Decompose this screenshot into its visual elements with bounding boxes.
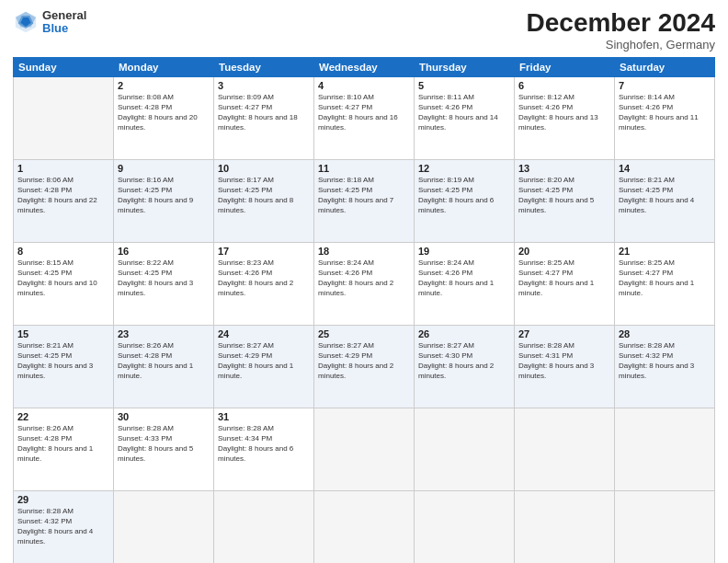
day-info: Sunrise: 8:17 AMSunset: 4:25 PMDaylight:… <box>218 176 293 215</box>
day-info: Sunrise: 8:11 AMSunset: 4:26 PMDaylight:… <box>418 93 498 132</box>
table-row: 2 Sunrise: 8:08 AMSunset: 4:28 PMDayligh… <box>14 76 715 159</box>
day-number: 4 <box>318 80 410 91</box>
day-cell: 25 Sunrise: 8:27 AMSunset: 4:29 PMDaylig… <box>314 325 415 408</box>
col-thursday: Thursday <box>415 57 515 76</box>
day-number: 10 <box>218 163 310 174</box>
col-tuesday: Tuesday <box>214 57 314 76</box>
day-number: 17 <box>218 246 310 257</box>
day-cell: 21 Sunrise: 8:25 AMSunset: 4:27 PMDaylig… <box>615 242 715 325</box>
day-number: 1 <box>17 163 109 174</box>
day-cell <box>515 490 615 563</box>
day-cell: 29 Sunrise: 8:28 AMSunset: 4:32 PMDaylig… <box>14 490 114 563</box>
day-number: 3 <box>218 80 310 91</box>
day-cell: 15 Sunrise: 8:21 AMSunset: 4:25 PMDaylig… <box>14 325 114 408</box>
day-cell: 7 Sunrise: 8:14 AMSunset: 4:26 PMDayligh… <box>615 76 715 159</box>
day-info: Sunrise: 8:25 AMSunset: 4:27 PMDaylight:… <box>518 259 594 298</box>
day-number: 31 <box>218 411 310 422</box>
title-block: December 2024 Singhofen, Germany <box>527 9 715 52</box>
day-info: Sunrise: 8:26 AMSunset: 4:28 PMDaylight:… <box>118 341 193 381</box>
month-title: December 2024 <box>527 9 715 38</box>
table-row: 29 Sunrise: 8:28 AMSunset: 4:32 PMDaylig… <box>14 490 715 563</box>
day-info: Sunrise: 8:27 AMSunset: 4:30 PMDaylight:… <box>418 341 494 381</box>
header-row: Sunday Monday Tuesday Wednesday Thursday… <box>14 57 715 76</box>
day-number: 28 <box>619 328 711 339</box>
day-info: Sunrise: 8:27 AMSunset: 4:29 PMDaylight:… <box>218 341 293 381</box>
day-cell: 19 Sunrise: 8:24 AMSunset: 4:26 PMDaylig… <box>415 242 515 325</box>
col-monday: Monday <box>114 57 214 76</box>
day-cell: 3 Sunrise: 8:09 AMSunset: 4:27 PMDayligh… <box>214 76 314 159</box>
day-cell: 28 Sunrise: 8:28 AMSunset: 4:32 PMDaylig… <box>615 325 715 408</box>
day-number: 15 <box>17 328 109 339</box>
day-cell <box>14 76 114 159</box>
day-info: Sunrise: 8:24 AMSunset: 4:26 PMDaylight:… <box>318 259 393 298</box>
day-cell <box>214 490 314 563</box>
day-number: 5 <box>418 80 510 91</box>
day-info: Sunrise: 8:16 AMSunset: 4:25 PMDaylight:… <box>118 176 193 215</box>
day-cell: 2 Sunrise: 8:08 AMSunset: 4:28 PMDayligh… <box>114 76 214 159</box>
col-friday: Friday <box>515 57 615 76</box>
table-row: 1 Sunrise: 8:06 AMSunset: 4:28 PMDayligh… <box>14 159 715 242</box>
day-number: 8 <box>17 246 109 257</box>
col-sunday: Sunday <box>14 57 114 76</box>
day-number: 27 <box>518 328 610 339</box>
day-info: Sunrise: 8:24 AMSunset: 4:26 PMDaylight:… <box>418 259 494 298</box>
day-info: Sunrise: 8:28 AMSunset: 4:32 PMDaylight:… <box>17 507 93 546</box>
day-info: Sunrise: 8:18 AMSunset: 4:25 PMDaylight:… <box>318 176 393 215</box>
day-info: Sunrise: 8:25 AMSunset: 4:27 PMDaylight:… <box>619 259 694 298</box>
table-row: 22 Sunrise: 8:26 AMSunset: 4:28 PMDaylig… <box>14 408 715 490</box>
day-number: 11 <box>318 163 410 174</box>
day-cell <box>314 490 415 563</box>
day-info: Sunrise: 8:26 AMSunset: 4:28 PMDaylight:… <box>17 424 93 464</box>
day-info: Sunrise: 8:28 AMSunset: 4:33 PMDaylight:… <box>118 424 193 464</box>
day-number: 29 <box>17 494 109 505</box>
day-number: 14 <box>619 163 711 174</box>
day-cell: 24 Sunrise: 8:27 AMSunset: 4:29 PMDaylig… <box>214 325 314 408</box>
day-number: 16 <box>118 246 210 257</box>
day-cell: 1 Sunrise: 8:06 AMSunset: 4:28 PMDayligh… <box>14 159 114 242</box>
day-cell: 27 Sunrise: 8:28 AMSunset: 4:31 PMDaylig… <box>515 325 615 408</box>
day-cell <box>114 490 214 563</box>
day-cell: 12 Sunrise: 8:19 AMSunset: 4:25 PMDaylig… <box>415 159 515 242</box>
day-number: 21 <box>619 246 711 257</box>
day-info: Sunrise: 8:06 AMSunset: 4:28 PMDaylight:… <box>17 176 97 215</box>
day-number: 22 <box>17 411 109 422</box>
day-cell: 6 Sunrise: 8:12 AMSunset: 4:26 PMDayligh… <box>515 76 615 159</box>
day-cell: 13 Sunrise: 8:20 AMSunset: 4:25 PMDaylig… <box>515 159 615 242</box>
day-cell <box>615 408 715 490</box>
day-cell: 18 Sunrise: 8:24 AMSunset: 4:26 PMDaylig… <box>314 242 415 325</box>
day-number: 18 <box>318 246 410 257</box>
page: General Blue December 2024 Singhofen, Ge… <box>0 0 728 563</box>
day-number: 13 <box>518 163 610 174</box>
logo-blue: Blue <box>42 22 86 35</box>
day-cell: 20 Sunrise: 8:25 AMSunset: 4:27 PMDaylig… <box>515 242 615 325</box>
day-cell: 26 Sunrise: 8:27 AMSunset: 4:30 PMDaylig… <box>415 325 515 408</box>
day-cell <box>314 408 415 490</box>
day-number: 19 <box>418 246 510 257</box>
table-row: 8 Sunrise: 8:15 AMSunset: 4:25 PMDayligh… <box>14 242 715 325</box>
day-cell: 31 Sunrise: 8:28 AMSunset: 4:34 PMDaylig… <box>214 408 314 490</box>
day-info: Sunrise: 8:09 AMSunset: 4:27 PMDaylight:… <box>218 93 298 132</box>
day-info: Sunrise: 8:28 AMSunset: 4:31 PMDaylight:… <box>518 341 594 381</box>
day-info: Sunrise: 8:10 AMSunset: 4:27 PMDaylight:… <box>318 93 398 132</box>
day-info: Sunrise: 8:21 AMSunset: 4:25 PMDaylight:… <box>619 176 694 215</box>
logo-general: General <box>42 9 86 22</box>
day-cell: 5 Sunrise: 8:11 AMSunset: 4:26 PMDayligh… <box>415 76 515 159</box>
day-info: Sunrise: 8:21 AMSunset: 4:25 PMDaylight:… <box>17 341 93 381</box>
day-info: Sunrise: 8:22 AMSunset: 4:25 PMDaylight:… <box>118 259 193 298</box>
logo-text: General Blue <box>42 9 86 36</box>
day-info: Sunrise: 8:15 AMSunset: 4:25 PMDaylight:… <box>17 259 97 298</box>
day-cell: 14 Sunrise: 8:21 AMSunset: 4:25 PMDaylig… <box>615 159 715 242</box>
day-cell: 23 Sunrise: 8:26 AMSunset: 4:28 PMDaylig… <box>114 325 214 408</box>
table-row: 15 Sunrise: 8:21 AMSunset: 4:25 PMDaylig… <box>14 325 715 408</box>
col-wednesday: Wednesday <box>314 57 415 76</box>
day-info: Sunrise: 8:27 AMSunset: 4:29 PMDaylight:… <box>318 341 393 381</box>
day-cell: 22 Sunrise: 8:26 AMSunset: 4:28 PMDaylig… <box>14 408 114 490</box>
day-number: 9 <box>118 163 210 174</box>
day-number: 6 <box>518 80 610 91</box>
day-number: 20 <box>518 246 610 257</box>
logo-icon <box>13 9 39 35</box>
day-info: Sunrise: 8:28 AMSunset: 4:32 PMDaylight:… <box>619 341 694 381</box>
day-cell: 9 Sunrise: 8:16 AMSunset: 4:25 PMDayligh… <box>114 159 214 242</box>
day-number: 23 <box>118 328 210 339</box>
day-info: Sunrise: 8:14 AMSunset: 4:26 PMDaylight:… <box>619 93 699 132</box>
